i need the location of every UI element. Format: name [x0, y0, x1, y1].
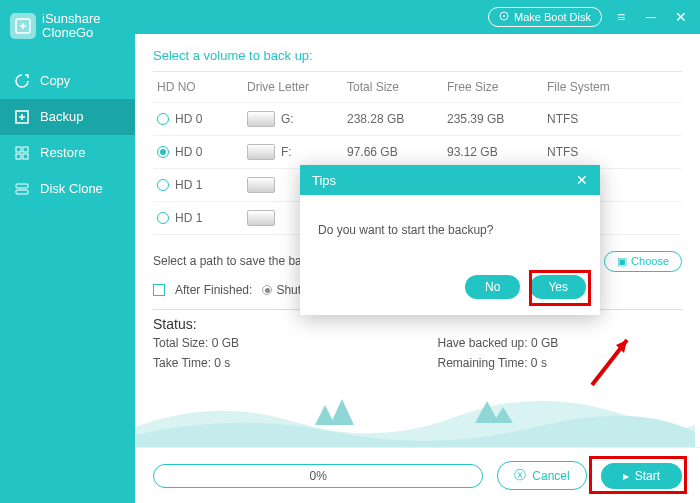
svg-rect-7	[16, 190, 28, 194]
close-button[interactable]: ✕	[670, 6, 692, 28]
app-logo: iSunshare CloneGo	[0, 0, 135, 53]
disk-clone-icon	[14, 181, 30, 197]
svg-marker-10	[315, 405, 335, 425]
landscape-decoration	[135, 357, 695, 447]
dialog-no-button[interactable]: No	[465, 275, 520, 299]
status-panel: Status: Total Size: 0 GB Have backed up:…	[153, 309, 682, 370]
svg-rect-3	[23, 147, 28, 152]
make-boot-disk-button[interactable]: Make Boot Disk	[488, 7, 602, 27]
table-row[interactable]: HD 0 G: 238.28 GB 235.39 GB NTFS	[153, 103, 682, 136]
restore-icon	[14, 145, 30, 161]
col-free: Free Size	[447, 80, 547, 94]
dialog-yes-button[interactable]: Yes	[530, 275, 586, 299]
nav-item-disk-clone[interactable]: Disk Clone	[0, 171, 135, 207]
svg-marker-13	[493, 407, 513, 423]
svg-marker-12	[475, 401, 499, 423]
make-boot-label: Make Boot Disk	[514, 11, 591, 23]
drive-icon	[247, 111, 275, 127]
cancel-icon: ⓧ	[514, 467, 526, 484]
progress-text: 0%	[309, 469, 326, 483]
select-volume-title: Select a volume to back up:	[153, 48, 682, 63]
row-radio[interactable]	[157, 212, 169, 224]
nav-label: Copy	[40, 73, 70, 88]
backup-icon	[14, 109, 30, 125]
logo-icon	[10, 13, 36, 39]
drive-icon	[247, 177, 275, 193]
drive-icon	[247, 210, 275, 226]
svg-rect-6	[16, 184, 28, 188]
dialog-message: Do you want to start the backup?	[300, 195, 600, 265]
row-radio[interactable]	[157, 146, 169, 158]
after-finished-checkbox[interactable]	[153, 284, 165, 296]
status-total: Total Size: 0 GB	[153, 336, 398, 350]
dialog-close-button[interactable]: ✕	[576, 172, 588, 188]
nav-label: Backup	[40, 109, 83, 124]
nav: Copy Backup Restore Disk Clone	[0, 63, 135, 207]
footer: 0% ⓧ Cancel ▸ Start	[135, 447, 700, 503]
cancel-button[interactable]: ⓧ Cancel	[497, 461, 586, 490]
col-letter: Drive Letter	[247, 80, 347, 94]
tips-dialog: Tips ✕ Do you want to start the backup? …	[300, 165, 600, 315]
nav-item-restore[interactable]: Restore	[0, 135, 135, 171]
start-button[interactable]: ▸ Start	[601, 463, 682, 489]
nav-label: Restore	[40, 145, 86, 160]
dialog-title: Tips	[312, 173, 336, 188]
play-icon: ▸	[623, 469, 629, 483]
menu-button[interactable]: ≡	[610, 6, 632, 28]
status-remain: Remaining Time: 0 s	[438, 356, 683, 370]
svg-marker-11	[330, 399, 354, 425]
progress-bar: 0%	[153, 464, 483, 488]
svg-rect-5	[23, 154, 28, 159]
minimize-button[interactable]: ─	[640, 6, 662, 28]
folder-icon: ▣	[617, 255, 627, 268]
after-finished-label: After Finished:	[175, 283, 252, 297]
table-header: HD NO Drive Letter Total Size Free Size …	[153, 72, 682, 103]
status-take: Take Time: 0 s	[153, 356, 398, 370]
col-fs: File System	[547, 80, 647, 94]
sidebar: iSunshare CloneGo Copy Backup Restore Di…	[0, 0, 135, 503]
svg-point-9	[503, 15, 505, 17]
row-radio[interactable]	[157, 179, 169, 191]
status-head: Status:	[153, 316, 682, 332]
status-backed: Have backed up: 0 GB	[438, 336, 683, 350]
nav-label: Disk Clone	[40, 181, 103, 196]
disk-icon	[499, 11, 509, 23]
row-radio[interactable]	[157, 113, 169, 125]
brand-line2: CloneGo	[42, 26, 101, 40]
col-hd: HD NO	[157, 80, 247, 94]
brand-line1: iSunshare	[42, 12, 101, 26]
col-total: Total Size	[347, 80, 447, 94]
choose-button[interactable]: ▣ Choose	[604, 251, 682, 272]
nav-item-backup[interactable]: Backup	[0, 99, 135, 135]
copy-icon	[14, 73, 30, 89]
nav-item-copy[interactable]: Copy	[0, 63, 135, 99]
drive-icon	[247, 144, 275, 160]
titlebar: Make Boot Disk ≡ ─ ✕	[135, 0, 700, 34]
svg-rect-4	[16, 154, 21, 159]
svg-rect-2	[16, 147, 21, 152]
